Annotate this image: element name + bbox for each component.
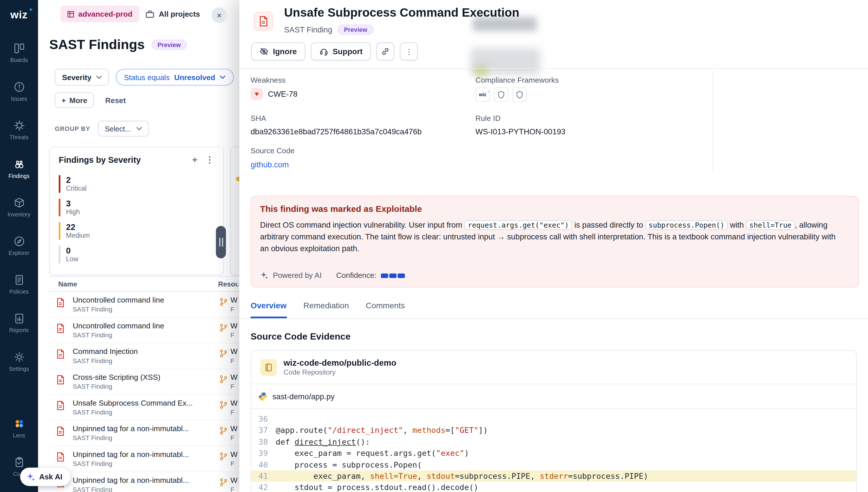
kebab-icon: ⋮: [405, 47, 413, 56]
sidebar-item-inventory[interactable]: Inventory: [0, 188, 38, 226]
sidebar-item-policies[interactable]: Policies: [0, 265, 38, 304]
severity-item[interactable]: 2 Critical: [59, 172, 215, 196]
finding-row[interactable]: Unpinned tag for a non-immutabl... SAST …: [49, 472, 239, 492]
finding-type: SAST Finding: [73, 383, 112, 390]
repo-name: wiz-code-demo/public-demo: [283, 358, 396, 367]
alert-text-part: subprocess.Popen(): [645, 220, 728, 230]
chevron-down-icon: [220, 75, 225, 79]
finding-row[interactable]: Unpinned tag for a non-immutabl... SAST …: [49, 420, 239, 446]
severity-item[interactable]: 22 Medium: [59, 219, 215, 243]
repo-book-icon: [260, 359, 277, 375]
ignore-button[interactable]: Ignore: [251, 43, 305, 60]
line-number: 41: [251, 470, 268, 482]
exploitable-alert: This finding was marked as Exploitable D…: [251, 196, 859, 288]
finding-type: SAST Finding: [73, 486, 112, 492]
confidence-meter: Confidence:: [336, 271, 405, 279]
code-line: 36: [251, 413, 856, 425]
finding-row[interactable]: Uncontrolled command line SAST Finding W…: [49, 318, 239, 344]
sidebar-item-boards[interactable]: Boards: [0, 33, 38, 72]
repo-header[interactable]: wiz-code-demo/public-demo Code Repositor…: [251, 351, 856, 384]
source-code-label: Source Code: [251, 146, 295, 155]
line-number: 39: [251, 447, 268, 459]
drawer-resize-handle[interactable]: [216, 226, 226, 259]
status-filter-pill[interactable]: Status equals Unresolved: [116, 69, 234, 85]
finding-row[interactable]: Unpinned tag for a non-immutabl... SAST …: [49, 446, 239, 472]
ai-sparkle-icon: [26, 472, 35, 481]
shield-framework-icon[interactable]: [512, 87, 527, 102]
findings-by-severity-card: Findings by Severity + ⋮ 2 Critical 3: [49, 146, 224, 275]
sidebar-item-lens[interactable]: Lens: [0, 409, 38, 447]
powered-by-ai: Powered by AI: [260, 271, 321, 279]
source-code-link[interactable]: github.com: [251, 160, 289, 169]
severity-filter-button[interactable]: Severity: [55, 69, 109, 85]
more-filters-button[interactable]: + More: [55, 92, 94, 108]
finding-type: SAST Finding: [73, 358, 112, 364]
code-line: 37 @app.route("/direct_inject", methods=…: [251, 425, 856, 436]
sast-finding-icon: [56, 452, 65, 462]
repo-branch-icon: [219, 478, 228, 487]
finding-name: Unpinned tag for a non-immutabl...: [73, 450, 189, 459]
card-add-button[interactable]: +: [192, 155, 197, 164]
card-kebab-button[interactable]: ⋮: [205, 155, 214, 164]
code-line: 38 def direct_inject():: [251, 436, 856, 447]
resource-sub-fragment: F: [230, 331, 234, 338]
sidebar-item-explorer[interactable]: Explorer: [0, 226, 38, 265]
sidebar-item-findings[interactable]: Findings: [0, 149, 38, 188]
finding-row[interactable]: Uncontrolled command line SAST Finding W…: [49, 292, 239, 318]
tab-overview[interactable]: Overview: [251, 301, 287, 318]
finding-row[interactable]: Cross-site Scripting (XSS) SAST Finding …: [49, 369, 239, 395]
tab-comments[interactable]: Comments: [366, 301, 405, 318]
code-text: exec_param = request.args.get("exec"): [268, 447, 469, 459]
alert-text-part: with: [728, 220, 746, 229]
resource-sub-fragment: F: [230, 409, 234, 415]
finding-name: Cross-site Scripting (XSS): [73, 373, 160, 382]
alert-text-part: request.args.get("exec"): [465, 220, 572, 230]
ask-ai-button[interactable]: Ask AI: [20, 468, 70, 486]
sparkle-icon: [260, 271, 268, 279]
rule-id-value: WS-I013-PYTHON-00193: [475, 127, 566, 136]
drawer-close-button[interactable]: ×: [212, 7, 227, 23]
sidebar-item-reports[interactable]: Reports: [0, 304, 38, 342]
shield-framework-icon[interactable]: [494, 87, 509, 102]
policies-icon: [13, 274, 25, 286]
sidebar-item-threats[interactable]: Threats: [0, 111, 38, 149]
group-by-value: Select...: [105, 125, 131, 133]
repo-branch-icon: [219, 375, 228, 384]
finding-row[interactable]: Unsafe Subprocess Command Ex... SAST Fin…: [49, 395, 239, 421]
resource-sub-fragment: F: [230, 383, 234, 390]
file-row[interactable]: sast-demo/app.py: [251, 384, 856, 409]
code-text: exec_param, shell=True, stdout=subproces…: [268, 470, 648, 482]
weakness-value[interactable]: ♥ CWE-78: [251, 88, 297, 100]
reset-filters-button[interactable]: Reset: [105, 96, 126, 104]
group-by-select[interactable]: Select...: [98, 121, 149, 137]
wiz-framework-icon[interactable]: wiz+: [475, 87, 490, 102]
sidebar-item-settings[interactable]: Settings: [0, 342, 38, 380]
sidebar-item-issues[interactable]: Issues: [0, 72, 38, 110]
tab-remediation[interactable]: Remediation: [303, 301, 349, 318]
finding-row[interactable]: Command Injection SAST Finding W F: [49, 343, 239, 369]
evidence-card: wiz-code-demo/public-demo Code Repositor…: [251, 350, 857, 492]
resource-sub-fragment: F: [230, 358, 234, 364]
all-projects-button[interactable]: All projects: [146, 5, 200, 22]
project-badge[interactable]: advanced-prod: [60, 5, 139, 22]
support-button[interactable]: Support: [311, 43, 371, 60]
severity-item[interactable]: 0 Low: [59, 243, 215, 266]
severity-count: 3: [66, 199, 80, 208]
python-icon: [258, 392, 267, 401]
all-projects-label: All projects: [159, 10, 200, 18]
finding-type: SAST Finding: [73, 331, 112, 338]
resource-sub-fragment: F: [230, 306, 234, 313]
sha-value: dba9263361e8bad7257f64861b35a7c049ca476b: [251, 127, 422, 136]
app-root: advanced-prod All projects SAST Findings…: [0, 0, 868, 492]
finding-name: Uncontrolled command line: [73, 296, 164, 304]
alert-text-part: Direct OS command injection vulnerabilit…: [260, 220, 465, 229]
resource-sub-fragment: F: [230, 461, 234, 467]
copy-link-button[interactable]: [377, 43, 394, 60]
wiz-logo[interactable]: wiz+: [10, 9, 28, 21]
severity-item[interactable]: 3 High: [59, 196, 215, 219]
sast-finding-icon: [56, 426, 65, 436]
finding-type: SAST Finding: [73, 306, 112, 313]
more-actions-button[interactable]: ⋮: [400, 43, 418, 60]
severity-label: Medium: [66, 232, 90, 239]
finding-title: Unsafe Subprocess Command Execution: [284, 6, 519, 20]
